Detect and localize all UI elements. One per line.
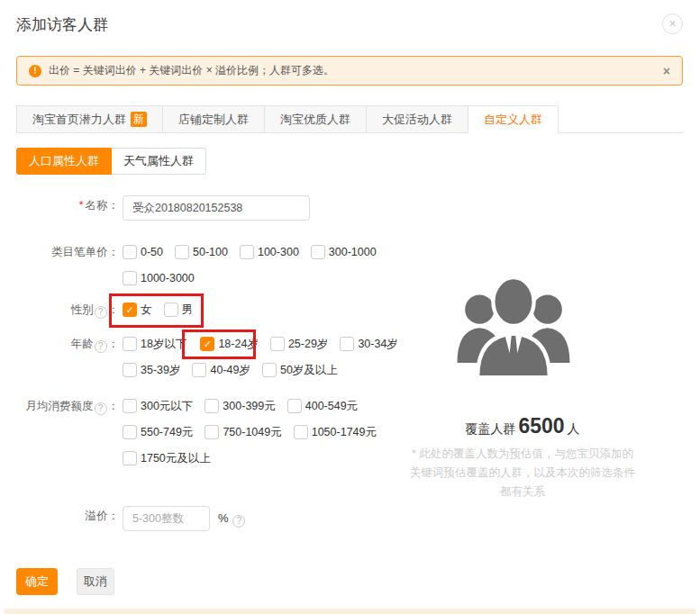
label-text: 溢价 [86,510,108,522]
checkbox-label: 0-50 [141,246,163,258]
checkbox-label: 300元以下 [141,399,193,414]
audience-tab-bar: 淘宝首页潜力人群新 店铺定制人群 淘宝优质人群 大促活动人群 自定义人群 [16,105,683,133]
gender-label: 性别?： [0,300,119,319]
coverage-prefix: 覆盖人群 [465,421,515,436]
checkbox-label: 35-39岁 [141,363,180,378]
checkbox-under-300[interactable]: 300元以下 [123,399,193,414]
add-visitor-audience-dialog: 添加访客人群 × ! 出价 = 关键词出价 + 关键词出价 × 溢价比例；人群可… [0,0,700,614]
checkbox-1000-3000[interactable]: 1000-3000 [123,271,195,285]
note-line: 关键词预估覆盖的人群，以及本次的筛选条件 [383,464,662,483]
confirm-button[interactable]: 确定 [16,568,58,595]
dialog-close-button[interactable]: × [662,14,683,34]
gender-row: 性别?： ✓女 男 [0,300,205,326]
label-colon: ： [108,338,120,350]
name-row: *名称： [0,195,310,221]
label-text: 性别 [71,303,94,316]
age-row: 年龄?： 18岁以下 ✓18-24岁 25-29岁 30-34岁 35-39岁 … [0,334,410,386]
checkbox-1750-plus[interactable]: 1750元及以上 [123,451,211,466]
checkbox-box [205,425,219,439]
checkbox-label: 40-49岁 [210,363,250,378]
help-icon[interactable]: ? [232,515,245,528]
note-line: * 此处的覆盖人数为预估值，与您宝贝添加的 [383,445,662,464]
background-page-strip [4,609,696,614]
page-title: 添加访客人群 [16,14,108,35]
checkbox-label: 1050-1749元 [312,425,377,440]
tab-label: 淘宝优质人群 [280,113,350,126]
checkbox-label: 18岁以下 [141,337,186,352]
tab-taobao-quality[interactable]: 淘宝优质人群 [265,105,367,133]
tab-label: 店铺定制人群 [178,113,249,126]
checkbox-box [123,363,137,377]
checkbox-50-100[interactable]: 50-100 [175,245,228,259]
people-group-icon [450,268,577,387]
checkbox-label: 30-34岁 [358,337,397,352]
checkbox-300-1000[interactable]: 300-1000 [311,245,377,259]
label-colon: ： [108,246,120,258]
checkbox-box [123,337,137,351]
checkbox-label: 50岁及以上 [280,363,338,378]
monthly-spend-row: 月均消费额度?： 300元以下 300-399元 400-549元 550-74… [0,396,388,474]
checkbox-box [123,271,137,285]
coverage-value: 6500 [518,414,564,438]
audience-name-input[interactable] [123,195,310,221]
checkbox-400-549[interactable]: 400-549元 [287,399,358,414]
coverage-note: * 此处的覆盖人数为预估值，与您宝贝添加的 关键词预估覆盖的人群，以及本次的筛选… [383,445,662,501]
checkbox-box [311,245,325,259]
tab-custom-audience[interactable]: 自定义人群 [468,105,559,133]
checkbox-male[interactable]: 男 [164,302,194,318]
checkbox-25-29[interactable]: 25-29岁 [270,337,328,352]
checkbox-100-300[interactable]: 100-300 [240,245,299,259]
tab-promotion-event[interactable]: 大促活动人群 [367,105,468,133]
label-colon: ： [108,199,120,212]
checkbox-30-34[interactable]: 30-34岁 [340,337,397,352]
checkbox-50-plus[interactable]: 50岁及以上 [262,363,338,378]
checkbox-box [123,399,137,413]
checkbox-18-24[interactable]: ✓18-24岁 [200,337,258,352]
checkbox-1050-1749[interactable]: 1050-1749元 [294,425,377,440]
coverage-count: 覆盖人群6500人 [387,414,658,438]
checkbox-35-39[interactable]: 35-39岁 [123,363,180,378]
category-price-label: 类目笔单价： [0,242,119,260]
checkbox-under-18[interactable]: 18岁以下 [123,337,186,352]
checkbox-box [205,399,219,413]
custom-audience-subtabs: 人口属性人群 天气属性人群 [16,148,206,175]
alert-icon: ! [29,65,41,77]
checkbox-box [123,245,137,259]
tab-label: 大促活动人群 [382,113,452,126]
checkbox-label: 25-29岁 [288,337,328,352]
checkbox-550-749[interactable]: 550-749元 [123,425,193,440]
cancel-button[interactable]: 取消 [77,568,114,595]
checkbox-box [192,363,206,377]
checkbox-300-399[interactable]: 300-399元 [205,399,275,414]
checkbox-box [123,425,137,439]
checkbox-label: 400-549元 [305,399,358,414]
checkbox-label: 50-100 [193,246,228,258]
checkbox-750-1049[interactable]: 750-1049元 [205,425,281,440]
checkbox-box [270,337,285,351]
checkbox-label: 300-1000 [329,246,377,258]
monthly-spend-label: 月均消费额度?： [0,396,119,415]
premium-input[interactable] [123,506,210,531]
checkbox-box [294,425,308,439]
subtab-demographic[interactable]: 人口属性人群 [16,148,112,175]
help-icon[interactable]: ? [95,340,107,353]
notice-text: 出价 = 关键词出价 + 关键词出价 × 溢价比例；人群可多选。 [49,63,334,78]
notice-close-icon[interactable]: × [663,64,670,78]
checkbox-box [340,337,354,351]
subtab-weather[interactable]: 天气属性人群 [112,148,206,175]
help-icon[interactable]: ? [95,402,107,415]
label-colon: ： [108,303,120,316]
required-mark: * [79,199,84,212]
checkbox-female[interactable]: ✓女 [123,302,152,318]
help-icon[interactable]: ? [95,306,107,319]
bid-notice-bar: ! 出价 = 关键词出价 + 关键词出价 × 溢价比例；人群可多选。 × [16,56,683,86]
checkbox-0-50[interactable]: 0-50 [123,245,163,259]
checkbox-40-49[interactable]: 40-49岁 [192,363,250,378]
tab-shop-custom[interactable]: 店铺定制人群 [163,105,265,133]
checkbox-label: 男 [182,302,194,318]
checkbox-box [262,363,277,377]
close-icon: × [668,16,676,31]
checkbox-label: 1000-3000 [141,272,195,284]
checkbox-label: 300-399元 [223,399,275,414]
tab-taobao-homepage-potential[interactable]: 淘宝首页潜力人群新 [16,105,163,133]
